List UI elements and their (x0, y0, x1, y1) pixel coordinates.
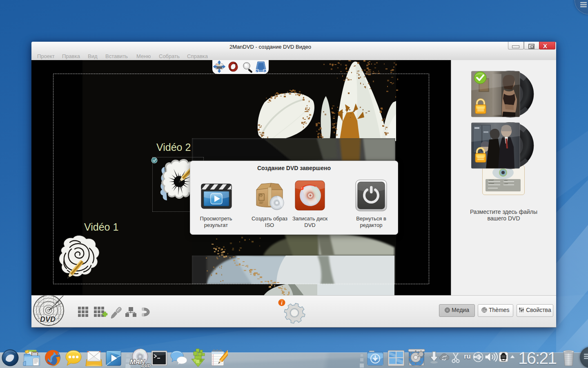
svg-text:DVD: DVD (141, 363, 151, 368)
svg-text:DVD: DVD (40, 315, 56, 323)
svg-text:i: i (281, 300, 283, 306)
